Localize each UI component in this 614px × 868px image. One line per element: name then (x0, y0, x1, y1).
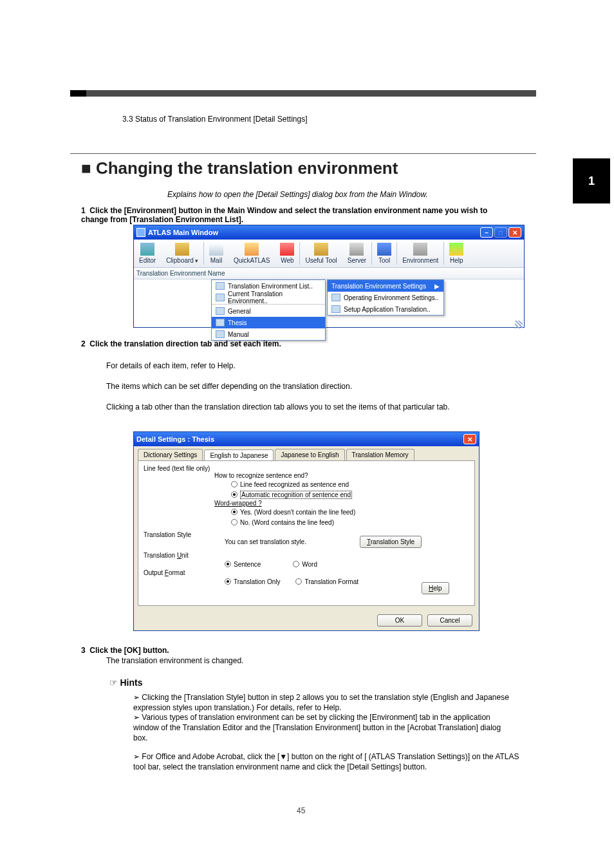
radio-wrap-no[interactable]: No. (Word contains the line feed) (231, 517, 469, 527)
tab-tm[interactable]: Translation Memory (346, 449, 414, 460)
status-line: 3.3 Status of Translation Environment [D… (122, 115, 307, 124)
ok-button[interactable]: OK (377, 614, 422, 627)
env-name-label: Translation Environment Name (136, 270, 225, 277)
doc-icon (216, 330, 225, 338)
hint-3: ➢ For Office and Adobe Acrobat, click th… (133, 751, 519, 772)
group-output-title: Output Format (144, 569, 185, 576)
arrow-right-icon: ▶ (434, 283, 440, 290)
tb-help[interactable]: Help (444, 240, 469, 267)
hints-heading: ☞ Hints (109, 677, 143, 688)
tab-en2jp[interactable]: English to Japanese (204, 449, 274, 461)
submenu-label: Setup Application Translation.. (344, 306, 431, 313)
tb-label: Help (450, 257, 463, 264)
resize-grip-icon[interactable] (515, 321, 523, 328)
question-wordwrap: Word-wrapped ? (214, 500, 469, 507)
help-button[interactable]: Help (422, 582, 449, 594)
tb-web[interactable]: Web (275, 240, 299, 267)
radio-label: Automatic recognition of sentence end (240, 491, 352, 499)
submenu-env-settings[interactable]: Translation Environment Settings▶ (328, 280, 443, 292)
group-unit-title: Translation Unit (144, 552, 189, 559)
radio-label: Sentence (234, 561, 261, 568)
radio-icon (231, 491, 237, 498)
tb-env[interactable]: Environment (397, 240, 443, 267)
tb-tool[interactable]: Tool (372, 240, 396, 267)
menu-item-current-env[interactable]: Current Translation Environment.. (212, 292, 325, 303)
question-sentence-end: How to recognize sentence end? (214, 472, 469, 479)
web-icon (280, 243, 294, 256)
step-2-num: 2 (81, 339, 86, 348)
radio-linefeed-end[interactable]: Line feed recognized as sentence end (231, 479, 469, 489)
toolbar: Editor Clipboard▾ Mail QuickATLAS Web Us… (134, 240, 524, 268)
menu-item-label: Thesis (228, 319, 247, 326)
dialog-footer: OK Cancel (134, 610, 479, 630)
step-3-note: The translation environment is changed. (106, 656, 531, 666)
radio-auto-end[interactable]: Automatic recognition of sentence end (231, 489, 469, 500)
style-description: You can set translation style. (225, 538, 469, 545)
radio-label: Yes. (Word doesn't contain the line feed… (240, 509, 355, 516)
doc-icon (331, 294, 340, 301)
radio-unit-sentence[interactable]: Sentence (225, 559, 261, 569)
list-icon (216, 282, 225, 290)
tb-label: Useful Tool (305, 257, 337, 264)
radio-icon (231, 509, 237, 515)
tab-dictionary[interactable]: Dictionary Settings (138, 449, 203, 460)
step-2-note-2: The items which can be set differ depend… (106, 381, 531, 392)
radio-out-only[interactable]: Translation Only (225, 576, 280, 587)
hint-1: ➢ Clicking the [Translation Style] butto… (133, 692, 513, 713)
titlebar[interactable]: ATLAS Main Window – □ ✕ (134, 225, 524, 240)
cancel-button[interactable]: Cancel (427, 614, 472, 627)
hint-2: ➢ Various types of translation environme… (133, 712, 513, 744)
menu-item-label: Translation Environment List.. (228, 283, 313, 290)
radio-unit-word[interactable]: Word (293, 559, 317, 569)
tb-editor[interactable]: Editor (134, 240, 161, 267)
radio-label: Word (302, 561, 317, 568)
step-1-num: 1 (81, 206, 86, 215)
tb-quick[interactable]: QuickATLAS (228, 240, 275, 267)
step-1: 1 Click the [Environment] button in the … (81, 206, 506, 224)
tb-label: Editor (139, 257, 156, 264)
radio-wrap-yes[interactable]: Yes. (Word doesn't contain the line feed… (231, 507, 469, 517)
close-button[interactable]: ✕ (463, 434, 476, 444)
tb-server[interactable]: Server (342, 240, 371, 267)
app-icon (136, 228, 145, 237)
submenu-op-settings[interactable]: Operating Environment Settings.. (328, 292, 443, 303)
step-3: 3 Click the [OK] button. (81, 645, 519, 656)
atlas-main-window: ATLAS Main Window – □ ✕ Editor Clipboard… (133, 225, 525, 328)
radio-label: No. (Word contains the line feed) (240, 519, 334, 526)
radio-label: Translation Format (304, 578, 358, 585)
server-icon (349, 243, 364, 256)
section-heading: ■ Changing the translation environment (81, 158, 398, 178)
env-name-bar: Translation Environment Name (134, 268, 524, 279)
step-1-text: Click the [Environment] button in the Ma… (81, 206, 487, 224)
clipboard-icon (175, 243, 189, 256)
tb-mail[interactable]: Mail (204, 240, 228, 267)
tb-clipboard[interactable]: Clipboard▾ (161, 240, 203, 267)
tb-label: QuickATLAS (234, 257, 270, 264)
translation-style-button[interactable]: TTranslation Styleranslation Style (360, 536, 422, 548)
side-page-tab: 1 (573, 158, 610, 203)
close-button[interactable]: ✕ (508, 227, 521, 238)
radio-out-format[interactable]: Translation Format (295, 576, 358, 587)
tb-useful[interactable]: Useful Tool (300, 240, 342, 267)
menu-item-thesis[interactable]: Thesis (212, 317, 325, 328)
tab-jp2en[interactable]: Japanese to English (275, 449, 344, 460)
tb-label: Tool (378, 257, 390, 264)
tb-label: Web (281, 257, 293, 264)
window-title: ATLAS Main Window (148, 229, 218, 236)
list-icon (216, 294, 225, 301)
menu-item-label: General (228, 308, 251, 315)
step-2-note-3: Clicking a tab other than the translatio… (106, 402, 531, 412)
useful-tool-icon (314, 243, 328, 256)
radio-label: Translation Only (234, 578, 280, 585)
step-3-num: 3 (81, 646, 86, 655)
doc-top-rule (70, 90, 536, 97)
group-style-title: Translation Style (144, 531, 191, 538)
submenu-label: Translation Environment Settings (331, 283, 426, 290)
submenu-setup-app[interactable]: Setup Application Translation.. (328, 303, 443, 315)
radio-icon (231, 519, 237, 525)
menu-item-general[interactable]: General (212, 305, 325, 317)
step-3-text: Click the [OK] button. (89, 646, 169, 655)
titlebar[interactable]: Detail Settings : Thesis ✕ (134, 432, 479, 446)
minimize-button[interactable]: – (480, 227, 493, 238)
doc-icon (216, 319, 225, 326)
